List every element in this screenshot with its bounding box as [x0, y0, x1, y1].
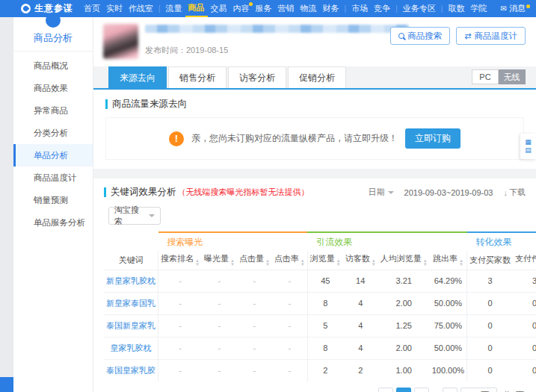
list-icon[interactable]: ▤ — [525, 147, 532, 154]
sort-icon[interactable]: ▲▼ — [423, 259, 428, 267]
keyword-link[interactable]: 泰国皇家乳胶 — [104, 359, 158, 382]
app-logo-icon — [21, 4, 31, 13]
table-cell: 14 — [343, 270, 378, 292]
column-group-1: 引流效果 — [307, 232, 466, 251]
sidebar-item-product-thermometer[interactable]: 商品温度计 — [13, 167, 93, 189]
tab-sales-analysis[interactable]: 销售分析 — [168, 66, 227, 88]
primary-nav: 首页实时作战室|流量商品交易内容服务营销物流财务|市场竞争|业务专区|取数学院 — [81, 0, 490, 17]
sort-icon[interactable]: ▲▼ — [301, 259, 305, 267]
table-cell: - — [202, 337, 237, 359]
keyword-link[interactable]: 皇家乳胶枕 — [104, 337, 158, 359]
sidebar-item-product-effect[interactable]: 商品效果 — [13, 77, 93, 99]
column-header-label: 支付买家数 — [469, 255, 511, 264]
floating-toolbar[interactable]: ▦▤ — [520, 134, 536, 159]
date-dropdown[interactable]: 日期 — [369, 187, 394, 198]
nav-item-competition[interactable]: 竞争 — [371, 0, 393, 17]
page-button-2[interactable]: 2 — [414, 388, 429, 392]
sort-icon[interactable]: ▲▼ — [372, 259, 376, 267]
column-header-label: 人均浏览量 — [381, 254, 422, 263]
toggle-pc[interactable]: PC — [472, 69, 499, 84]
nav-item-market[interactable]: 市场 — [348, 0, 371, 17]
grid-icon[interactable]: ▦ — [525, 139, 532, 146]
column-header[interactable]: 浏览量▲▼ — [307, 251, 342, 270]
messages-link[interactable]: ✉ 消息 — [501, 3, 530, 14]
column-header[interactable]: 访客数▲▼ — [343, 251, 378, 270]
keyword-link[interactable]: 泰国新皇家乳 — [104, 314, 158, 337]
nav-item-data-fetch[interactable]: 取数 — [445, 0, 467, 17]
sort-icon[interactable]: ▲▼ — [336, 259, 341, 267]
top-navbar: 生意参谋 首页实时作战室|流量商品交易内容服务营销物流财务|市场竞争|业务专区|… — [0, 0, 536, 17]
sidebar-item-sales-forecast[interactable]: 销量预测 — [13, 189, 93, 211]
column-header-label: 关键词 — [119, 255, 144, 264]
table-cell: 0 — [467, 314, 514, 337]
table-cell: - — [158, 314, 202, 337]
page-button-1[interactable]: 1 — [396, 388, 411, 392]
nav-item-business-zone[interactable]: 业务专区 — [400, 0, 439, 17]
nav-item-finance[interactable]: 财务 — [320, 0, 342, 17]
next-page-button[interactable]: 下一页› — [460, 388, 497, 392]
nav-item-war-room[interactable]: 作战室 — [126, 0, 156, 17]
sidebar-item-product-overview[interactable]: 商品概况 — [13, 55, 93, 77]
table-cell: - — [272, 359, 307, 382]
sort-icon[interactable]: ▲▼ — [230, 259, 235, 267]
rail-bottom-button[interactable] — [0, 377, 13, 392]
nav-separator: | — [395, 4, 398, 13]
nav-item-academy[interactable]: 学院 — [467, 0, 490, 17]
column-header[interactable]: 点击量▲▼ — [237, 251, 272, 270]
brand[interactable]: 生意参谋 — [21, 2, 73, 15]
sidebar-item-single-item-analysis[interactable]: 单品分析 — [13, 144, 93, 167]
product-search-button[interactable]: 商品搜索 — [390, 27, 450, 45]
column-header-label: 点击率 — [274, 254, 299, 263]
column-header[interactable]: 跳出率▲▼ — [430, 251, 467, 270]
order-now-button[interactable]: 立即订购 — [405, 128, 460, 149]
column-header[interactable]: 人均浏览量▲▼ — [378, 251, 430, 270]
flow-section-title: 商品流量来源去向 — [105, 98, 524, 111]
nav-item-marketing[interactable]: 营销 — [275, 0, 298, 17]
nav-separator: | — [345, 4, 347, 13]
table-cell: 0 — [513, 292, 536, 314]
sort-icon[interactable]: ▲▼ — [265, 259, 270, 267]
sidebar-title: 商品分析 — [13, 31, 93, 45]
column-header: 关键词 — [104, 251, 158, 270]
keyword-link[interactable]: 新皇家泰国乳 — [104, 292, 158, 314]
column-header: 支付买家数 — [467, 251, 514, 270]
nav-item-service[interactable]: 服务 — [253, 0, 275, 17]
download-link[interactable]: ↓ 下载 — [504, 187, 526, 198]
sidebar-item-single-item-service[interactable]: 单品服务分析 — [13, 211, 93, 234]
column-header[interactable]: 点击率▲▼ — [272, 251, 307, 270]
table-row: 泰国皇家乳胶----221.00100.00%0000.00% — [104, 359, 536, 382]
tab-source-destination[interactable]: 来源去向 — [108, 66, 167, 88]
keyword-section: 关键词效果分析 （无线端搜索曝光指标暂无法提供） 日期 2019-09-03~2… — [93, 178, 536, 392]
keyword-link[interactable]: 新皇家乳胶枕 — [104, 270, 158, 292]
sidebar-item-category-analysis[interactable]: 分类分析 — [13, 122, 93, 144]
nav-item-product[interactable]: 商品 — [185, 0, 208, 17]
column-group-label: 搜索曝光 — [167, 237, 203, 247]
nav-item-trade[interactable]: 交易 — [208, 0, 230, 17]
tab-promotion-analysis[interactable]: 促销分析 — [288, 66, 346, 88]
nav-item-traffic[interactable]: 流量 — [163, 0, 185, 17]
column-header[interactable]: 搜索排名▲▼ — [158, 251, 202, 270]
product-thermometer-button[interactable]: ⇄ 商品温度计 — [456, 27, 526, 45]
column-header-label: 支付件数 — [515, 254, 536, 263]
table-row: 新皇家乳胶枕----45143.2164.29%3328621.43% — [104, 270, 536, 292]
page-button-5[interactable]: 5 — [443, 388, 458, 392]
column-header-label: 点击量 — [239, 254, 264, 263]
nav-item-logistics[interactable]: 物流 — [298, 0, 320, 17]
nav-item-realtime[interactable]: 实时 — [103, 0, 126, 17]
nav-item-content[interactable]: 内容 — [230, 0, 253, 17]
table-cell: - — [272, 337, 307, 359]
nav-item-home[interactable]: 首页 — [81, 0, 103, 17]
product-header: 发布时间：2019-08-15 商品搜索 ⇄ 商品温度计 — [93, 17, 536, 66]
sort-icon[interactable]: ▲▼ — [195, 259, 200, 267]
toggle-wireless[interactable]: 无线 — [499, 69, 526, 84]
prev-page-button[interactable]: ‹ — [378, 388, 393, 392]
sort-icon[interactable]: ▲▼ — [459, 259, 463, 267]
channel-filter-select[interactable]: 淘宝搜索 — [108, 207, 161, 225]
table-cell: 50.00% — [430, 292, 467, 314]
product-meta: 发布时间：2019-08-15 — [145, 25, 409, 56]
sidebar-item-abnormal-products[interactable]: 异常商品 — [13, 99, 93, 122]
column-header[interactable]: 曝光量▲▼ — [202, 251, 237, 270]
tab-visitor-analysis[interactable]: 访客分析 — [228, 66, 286, 88]
column-header[interactable]: 支付件数▲▼ — [513, 251, 536, 270]
column-group-label: 引流效果 — [316, 237, 352, 247]
